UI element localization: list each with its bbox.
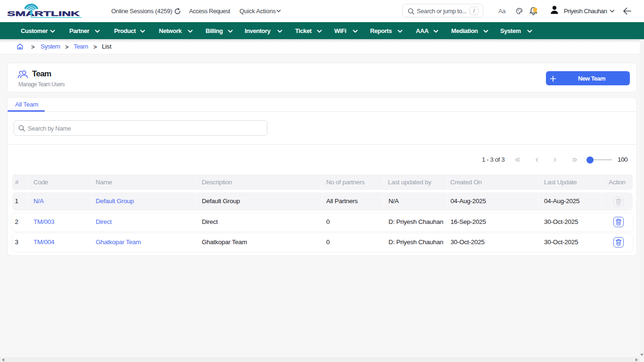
svg-text:SMARTLINK: SMARTLINK <box>7 9 80 17</box>
